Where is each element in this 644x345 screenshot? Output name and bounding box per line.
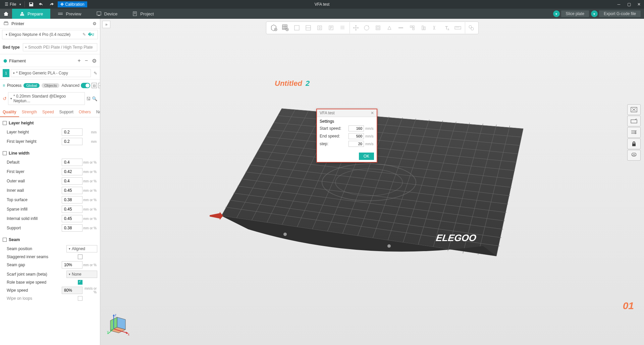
dialog-ok-button[interactable]: OK <box>359 153 374 160</box>
wifi-icon[interactable]: �σ <box>88 32 94 37</box>
lw-outerwall-input[interactable] <box>62 177 83 185</box>
tool-2[interactable] <box>303 22 314 34</box>
ptab-quality[interactable]: Quality <box>0 108 19 117</box>
add-plate-button[interactable] <box>268 22 280 34</box>
export-dropdown[interactable]: ▾ <box>591 10 598 17</box>
seam-gap-input[interactable] <box>62 261 83 269</box>
role-wipe-checkbox[interactable] <box>78 280 83 285</box>
undo-button[interactable] <box>38 1 45 8</box>
place-tool[interactable] <box>384 22 395 34</box>
advanced-toggle[interactable] <box>81 83 90 88</box>
orient-button[interactable] <box>627 127 641 138</box>
scale-tool[interactable] <box>372 22 384 34</box>
variable-tool[interactable] <box>429 22 441 34</box>
tool-3[interactable]: 0 <box>314 22 325 34</box>
lw-default-input[interactable] <box>62 159 83 166</box>
measure-tool[interactable] <box>452 22 464 34</box>
wipe-loops-checkbox[interactable] <box>78 296 83 301</box>
lw-sparseinfill-input[interactable] <box>62 206 83 213</box>
lw-topsurface-input[interactable] <box>62 196 83 204</box>
text-tool[interactable]: Ta <box>441 22 452 34</box>
filament-swatch-1[interactable]: 1 <box>3 69 9 77</box>
arrange-button[interactable] <box>627 116 641 126</box>
line-width-header[interactable]: Line width <box>0 149 100 158</box>
file-menu[interactable]: ☰ File ▾ <box>3 1 25 7</box>
layer-height-input[interactable] <box>62 128 83 136</box>
remove-filament-button[interactable]: − <box>85 58 88 64</box>
add-grid-button[interactable] <box>280 22 291 34</box>
wipe-speed-input[interactable] <box>62 287 83 294</box>
seam-position-select[interactable]: ▾Aligned <box>66 245 97 252</box>
compare-button[interactable]: ⊟ <box>92 83 97 88</box>
tab-project[interactable]: Project <box>125 9 161 19</box>
add-filament-button[interactable]: + <box>77 58 80 64</box>
filament-edit-icon[interactable]: ✎ <box>94 71 97 76</box>
start-speed-input[interactable] <box>348 125 364 131</box>
window-maximize[interactable]: ▢ <box>624 1 634 8</box>
process-select[interactable]: ▾ * 0.20mm Standard @Elegoo Neptun… <box>8 92 85 105</box>
process-search-icon[interactable]: 🔍 <box>92 96 97 101</box>
printer-select[interactable]: ▾ Elegoo Neptune 4 Pro (0.4 nozzle) ✎�σ <box>2 30 98 39</box>
lock-button[interactable] <box>627 138 641 149</box>
expand-sidebar-button[interactable]: » <box>102 21 110 28</box>
ptab-support[interactable]: Support <box>57 108 76 117</box>
seam-header[interactable]: Seam <box>0 235 100 244</box>
bed-type-label: Bed type <box>3 45 21 50</box>
tool-5[interactable] <box>337 22 348 34</box>
lw-solidinfill-input[interactable] <box>62 215 83 222</box>
window-minimize[interactable]: ─ <box>614 1 624 8</box>
dialog-close-icon[interactable]: ✕ <box>371 111 374 115</box>
filament-settings-icon[interactable]: ⚙ <box>92 58 97 64</box>
objects-badge[interactable]: Objects <box>42 83 59 88</box>
file-menu-label: File <box>10 2 16 7</box>
window-close[interactable]: ✕ <box>634 1 644 8</box>
staggered-checkbox[interactable] <box>78 254 83 259</box>
support-tool[interactable] <box>418 22 429 34</box>
tab-preview[interactable]: Preview <box>50 9 89 19</box>
settings-sidebar[interactable]: Printer ⚙ ▾ Elegoo Neptune 4 Pro (0.4 no… <box>0 19 100 345</box>
lw-support-input[interactable] <box>62 224 83 232</box>
scarf-select[interactable]: ▾None <box>66 271 97 278</box>
redo-button[interactable] <box>48 1 55 8</box>
svg-rect-0 <box>97 12 101 15</box>
tab-device[interactable]: Device <box>89 9 125 19</box>
tab-prepare[interactable]: Prepare <box>12 9 50 19</box>
close-plate-button[interactable] <box>627 104 641 115</box>
tool-4[interactable]: P <box>325 22 337 34</box>
svg-rect-59 <box>398 27 403 28</box>
lw-firstlayer-input[interactable] <box>62 168 83 175</box>
lw-innerwall-input[interactable] <box>62 187 83 194</box>
filament-select-1[interactable]: ▾ * Elegoo Generic PLA - Copy <box>11 69 91 77</box>
first-layer-height-input[interactable] <box>62 138 83 145</box>
step-input[interactable] <box>348 141 364 147</box>
target-icon: ✥ <box>60 2 64 7</box>
rotate-tool[interactable] <box>361 22 372 34</box>
ptab-strength[interactable]: Strength <box>19 108 40 117</box>
mesh-tool[interactable] <box>407 22 418 34</box>
preview-icon <box>58 11 63 16</box>
ptab-others[interactable]: Others <box>76 108 94 117</box>
global-badge[interactable]: Global <box>23 83 40 88</box>
home-tab[interactable] <box>0 9 12 19</box>
assembly-tool[interactable] <box>465 22 476 34</box>
end-speed-input[interactable] <box>348 133 364 139</box>
plate-settings-button[interactable] <box>627 150 641 161</box>
orientation-gizmo[interactable]: z x y <box>107 312 134 339</box>
ptab-speed[interactable]: Speed <box>40 108 57 117</box>
printer-settings-icon[interactable]: ⚙ <box>93 21 97 26</box>
viewport-3d[interactable]: » ELEGOO Untitled 2 01 <box>100 19 644 345</box>
reset-icon[interactable]: ↺ <box>3 96 7 101</box>
slice-dropdown[interactable]: ▾ <box>553 10 560 17</box>
slice-button[interactable]: Slice plate <box>561 10 589 17</box>
save-button[interactable] <box>28 1 35 8</box>
calibration-button[interactable]: ✥ Calibration <box>58 1 87 7</box>
export-button[interactable]: Export G-code file <box>599 10 641 17</box>
layer-height-header[interactable]: Layer height <box>0 119 100 127</box>
cut-tool[interactable] <box>395 22 407 34</box>
bed-type-select[interactable]: ▾ Smooth PEI Plate / High Temp Plate <box>23 43 97 51</box>
move-tool[interactable] <box>350 22 361 34</box>
process-save-icon[interactable]: 🖫 <box>86 96 91 101</box>
tool-1[interactable] <box>291 22 303 34</box>
ptab-notes[interactable]: Notes <box>94 108 100 117</box>
edit-icon[interactable]: ✎ <box>83 32 86 37</box>
